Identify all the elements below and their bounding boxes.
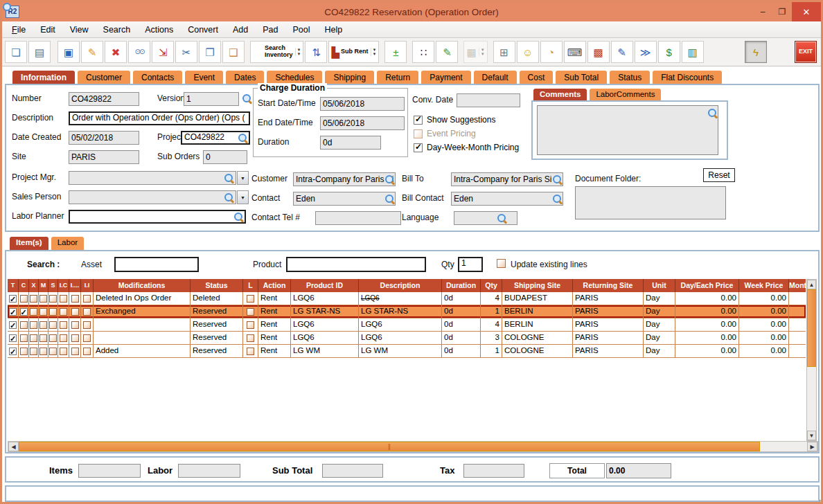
description-field[interactable]: Order with Operation Order (Ops Order) (…	[69, 111, 250, 125]
table-cell[interactable]: PARIS	[573, 332, 644, 344]
row-checkbox[interactable]	[83, 308, 91, 316]
add-line-button[interactable]: ±	[384, 41, 407, 63]
table-row[interactable]: ReservedRentLGQ6LGQ60d4BERLINPARISDay0.0…	[8, 318, 806, 332]
dropdown-arrows-icon[interactable]	[479, 48, 485, 56]
table-cell[interactable]: LGQ6	[359, 292, 442, 305]
document-folder-box[interactable]	[575, 186, 726, 219]
table-cell[interactable]: 4	[481, 292, 502, 305]
checkbox[interactable]	[414, 129, 423, 138]
table-cell[interactable]: Reserved	[191, 332, 243, 344]
table-cell[interactable]: Day	[644, 345, 675, 357]
row-checkbox[interactable]	[9, 295, 17, 303]
row-checkbox[interactable]	[30, 308, 37, 316]
table-cell[interactable]: Rent	[258, 332, 291, 344]
row-checkbox[interactable]	[71, 321, 79, 329]
find-button[interactable]: ⊙⊙	[128, 41, 150, 63]
date-created-field[interactable]: 05/02/2018	[69, 131, 139, 145]
calendar-button[interactable]: ▦	[463, 41, 487, 63]
row-checkbox[interactable]	[39, 321, 47, 329]
row-checkbox[interactable]	[49, 334, 57, 342]
folder-history-button[interactable]: ◔	[540, 41, 563, 63]
table-cell[interactable]: 0.00	[675, 332, 739, 344]
table-cell[interactable]: LGQ6	[359, 318, 442, 331]
row-checkbox[interactable]	[9, 321, 17, 329]
bill-to-field[interactable]: Intra-Company for Paris Si	[451, 172, 563, 186]
smiley-button[interactable]: ☺	[517, 41, 539, 63]
row-checkbox[interactable]	[20, 334, 28, 342]
row-checkbox[interactable]	[39, 295, 47, 303]
edit-document-button[interactable]: ✎	[611, 41, 633, 63]
main-tab[interactable]: Schedules	[266, 70, 323, 84]
price-list-button[interactable]: $	[658, 41, 680, 63]
end-date-field[interactable]: 05/06/2018	[320, 116, 405, 130]
hscroll-thumb[interactable]: ∥	[19, 442, 760, 451]
version-field[interactable]: 1	[184, 92, 239, 106]
menu-item[interactable]: Search	[103, 25, 131, 35]
table-cell[interactable]: Reserved	[191, 318, 243, 331]
items-hscrollbar[interactable]: ◀ ∥ ▶	[8, 441, 818, 452]
copy-button[interactable]: ❐	[199, 41, 221, 63]
sales-person-search-icon[interactable]	[224, 192, 234, 203]
table-cell[interactable]: Day	[644, 332, 675, 344]
site-field[interactable]: PARIS	[69, 150, 139, 164]
table-cell[interactable]: PARIS	[573, 318, 644, 331]
table-cell[interactable]: 0d	[442, 332, 481, 344]
row-checkbox[interactable]	[71, 334, 79, 342]
pool-button[interactable]: ∷	[412, 41, 434, 63]
table-cell[interactable]: 0d	[442, 292, 481, 305]
bill-to-search-icon[interactable]	[552, 174, 563, 185]
table-cell[interactable]	[94, 318, 191, 331]
table-cell[interactable]: PARIS	[573, 345, 644, 357]
table-cell[interactable]: 1	[481, 345, 502, 357]
new-document-button[interactable]: ❏	[5, 41, 27, 63]
main-tab[interactable]: Customer	[77, 70, 131, 84]
table-cell[interactable]: LGQ6	[291, 318, 359, 331]
table-cell[interactable]	[789, 332, 806, 344]
row-checkbox[interactable]	[9, 334, 17, 342]
table-cell[interactable]: BERLIN	[502, 318, 573, 331]
language-field[interactable]	[454, 211, 517, 225]
row-checkbox[interactable]	[49, 295, 57, 303]
customer-search-icon[interactable]	[384, 174, 395, 185]
menu-item[interactable]: Pool	[292, 25, 310, 35]
dropdown-arrows-icon[interactable]	[371, 48, 377, 56]
vscroll-thumb[interactable]	[807, 289, 816, 367]
table-cell[interactable]	[789, 292, 806, 305]
table-cell[interactable]: Rent	[258, 292, 291, 305]
table-cell[interactable]: 0.00	[675, 305, 739, 318]
table-cell[interactable]: 0.00	[739, 292, 789, 305]
table-cell[interactable]: COLOGNE	[502, 345, 573, 357]
edit-button[interactable]: ✎	[81, 41, 103, 63]
project-search-icon[interactable]	[238, 133, 248, 143]
row-checkbox[interactable]	[83, 348, 91, 355]
table-cell[interactable]: 0.00	[675, 292, 739, 305]
menu-item[interactable]: File	[12, 25, 26, 35]
comments-search-icon[interactable]	[707, 108, 718, 118]
table-cell[interactable]: Day	[644, 305, 675, 318]
asset-input[interactable]	[114, 257, 199, 272]
table-cell[interactable]: Rent	[258, 345, 291, 357]
menu-item[interactable]: Pad	[263, 25, 278, 35]
table-cell[interactable]: BERLIN	[502, 305, 573, 318]
items-vscrollbar[interactable]: ▲ ▼	[806, 279, 817, 441]
row-checkbox[interactable]	[49, 348, 57, 355]
row-checkbox[interactable]	[71, 348, 79, 355]
conv-date-field[interactable]	[457, 93, 520, 107]
duration-field[interactable]: 0d	[320, 136, 381, 150]
main-tab[interactable]: Default	[473, 70, 517, 84]
menu-item[interactable]: Edit	[40, 25, 55, 35]
version-search-icon[interactable]	[242, 93, 252, 104]
row-checkbox[interactable]	[60, 334, 67, 342]
main-tab[interactable]: Flat Discounts	[652, 70, 723, 84]
items-tab[interactable]: Item(s)	[9, 236, 49, 250]
scroll-left-icon[interactable]: ◀	[8, 442, 19, 451]
table-cell[interactable]: LGQ6	[359, 332, 442, 344]
table-cell[interactable]: Deleted In Ops Order	[94, 292, 191, 305]
save-button[interactable]: ▣	[57, 41, 80, 63]
row-checkbox[interactable]	[30, 348, 37, 355]
row-checkbox[interactable]	[49, 321, 57, 329]
language-search-icon[interactable]	[497, 213, 507, 224]
exit-button[interactable]: EXIT	[795, 41, 817, 63]
scroll-up-icon[interactable]: ▲	[807, 280, 816, 289]
contact-tel-field[interactable]	[315, 211, 401, 225]
